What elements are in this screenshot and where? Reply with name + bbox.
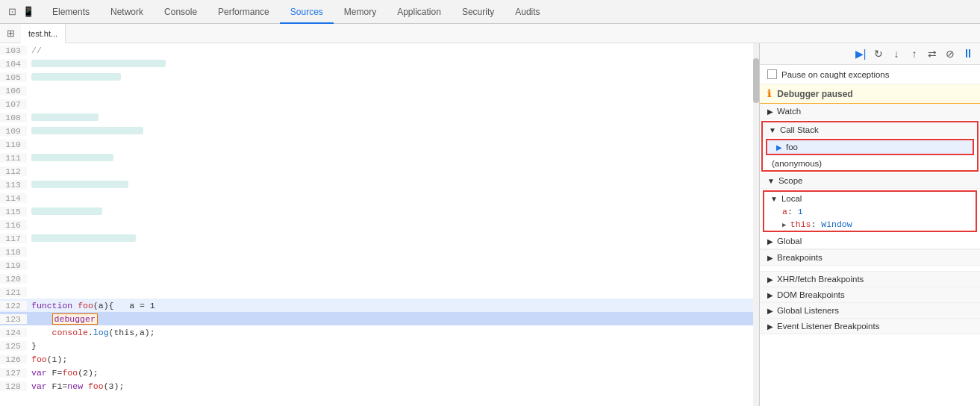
code-line-119: 119 — [0, 258, 759, 272]
line-content: } — [27, 341, 37, 351]
code-panel[interactable]: 103//10410510610710810911011111211311411… — [0, 43, 760, 406]
tab-security[interactable]: Security — [452, 0, 505, 24]
scope-a-value: 1 — [798, 207, 803, 216]
line-content: foo(1); — [27, 355, 67, 364]
foo-stack-entry[interactable]: ▶ foo — [767, 140, 973, 154]
line-number: 121 — [0, 287, 27, 297]
code-scrollbar[interactable] — [753, 43, 759, 406]
step-over-btn[interactable]: ↻ — [871, 46, 886, 61]
pause-exception-btn[interactable]: ⏸ — [961, 46, 976, 61]
code-scroll[interactable]: 103//10410510610710810911011111211311411… — [0, 43, 759, 406]
line-content: function foo(a){ a = 1 — [27, 301, 155, 310]
line-number: 120 — [0, 274, 27, 284]
mobile-icon[interactable]: 📱 — [22, 6, 34, 18]
local-arrow-icon — [770, 195, 778, 203]
code-line-111: 111 — [0, 151, 759, 164]
scope-arrow-icon — [767, 177, 775, 185]
code-line-113: 113 — [0, 178, 759, 191]
line-number: 113 — [0, 180, 27, 190]
watch-section-header[interactable]: Watch — [760, 104, 980, 119]
dom-label: DOM Breakpoints — [777, 290, 845, 299]
breakpoints-label: Breakpoints — [777, 253, 823, 262]
tab-elements[interactable]: Elements — [42, 0, 100, 24]
code-line-125: 125} — [0, 339, 759, 352]
line-number: 123 — [0, 314, 27, 324]
line-number: 105 — [0, 72, 27, 82]
scope-section-content: Local a: 1 ▶ this: Window Global — [760, 189, 980, 250]
foo-call-stack-item[interactable]: ▶ foo — [766, 139, 974, 155]
tab-performance[interactable]: Performance — [207, 0, 280, 24]
line-number: 106 — [0, 86, 27, 96]
global-label: Global — [777, 237, 802, 246]
scope-section-header[interactable]: Scope — [760, 173, 980, 189]
line-content — [27, 59, 166, 69]
code-line-117: 117 — [0, 231, 759, 245]
call-stack-header[interactable]: Call Stack — [763, 122, 977, 137]
code-line-107: 107 — [0, 97, 759, 110]
code-line-110: 110 — [0, 137, 759, 151]
pause-exception-checkbox[interactable] — [767, 69, 777, 79]
xhr-label: XHR/fetch Breakpoints — [777, 275, 864, 284]
line-content — [27, 180, 128, 190]
anonymous-stack-entry[interactable]: (anonymous) — [763, 157, 977, 170]
resume-btn[interactable]: ▶| — [853, 46, 868, 61]
file-tab[interactable]: test.ht... — [21, 24, 66, 43]
global-arrow-icon — [767, 237, 773, 246]
tab-console[interactable]: Console — [154, 0, 207, 24]
tab-application[interactable]: Application — [387, 0, 452, 24]
line-content: var F1=new foo(3); — [27, 381, 124, 391]
code-line-128: 128var F1=new foo(3); — [0, 379, 759, 393]
line-content: var F=foo(2); — [27, 368, 99, 378]
step-into-btn[interactable]: ↓ — [889, 46, 904, 61]
scope-this-item[interactable]: ▶ this: Window — [764, 218, 976, 231]
line-number: 112 — [0, 166, 27, 176]
code-line-105: 105 — [0, 70, 759, 84]
code-line-123: 123 debugger — [0, 312, 759, 325]
file-tab-bar: ⊞ test.ht... — [0, 24, 980, 43]
line-content — [27, 72, 121, 82]
scope-local-header[interactable]: Local — [764, 192, 976, 205]
scope-global-header[interactable]: Global — [760, 234, 980, 249]
code-line-127: 127var F=foo(2); — [0, 366, 759, 379]
code-line-114: 114 — [0, 191, 759, 204]
xhr-arrow-icon — [767, 275, 773, 284]
pause-exception-label: Pause on caught exceptions — [781, 70, 890, 79]
scope-this-name: this — [790, 219, 811, 229]
local-label: Local — [781, 194, 802, 203]
code-line-118: 118 — [0, 245, 759, 258]
line-number: 104 — [0, 59, 27, 69]
line-number: 116 — [0, 220, 27, 230]
code-line-109: 109 — [0, 124, 759, 137]
tab-network[interactable]: Network — [100, 0, 154, 24]
line-content — [27, 126, 143, 136]
line-number: 128 — [0, 381, 27, 391]
deactivate-breakpoints-btn[interactable]: ⊘ — [943, 46, 958, 61]
dom-section-header[interactable]: DOM Breakpoints — [760, 287, 980, 303]
breakpoints-arrow-icon — [767, 254, 773, 262]
debugger-paused-banner: ℹ Debugger paused — [760, 84, 980, 104]
code-line-112: 112 — [0, 164, 759, 178]
step-out-btn[interactable]: ↑ — [907, 46, 922, 61]
debugger-paused-label: Debugger paused — [777, 89, 852, 99]
code-line-116: 116 — [0, 218, 759, 231]
call-stack-label: Call Stack — [780, 125, 819, 134]
xhr-section-header[interactable]: XHR/fetch Breakpoints — [760, 272, 980, 287]
line-number: 114 — [0, 193, 27, 203]
tab-memory[interactable]: Memory — [334, 0, 387, 24]
line-content — [27, 153, 113, 163]
breakpoints-section-header[interactable]: Breakpoints — [760, 250, 980, 266]
global-listeners-header[interactable]: Global Listeners — [760, 303, 980, 319]
dock-icon[interactable]: ⊡ — [6, 6, 18, 18]
tab-sources[interactable]: Sources — [280, 0, 334, 24]
event-listener-header[interactable]: Event Listener Breakpoints — [760, 319, 980, 334]
step-btn[interactable]: ⇄ — [925, 46, 940, 61]
line-number: 109 — [0, 126, 27, 136]
line-number: 119 — [0, 260, 27, 270]
tab-audits[interactable]: Audits — [505, 0, 550, 24]
code-line-104: 104 — [0, 57, 759, 70]
scope-a-name: a — [782, 207, 787, 216]
sidebar-toggle-btn[interactable]: ⊞ — [1, 25, 19, 43]
call-stack-arrow-icon — [769, 126, 776, 134]
dom-arrow-icon — [767, 291, 773, 299]
line-number: 125 — [0, 341, 27, 351]
